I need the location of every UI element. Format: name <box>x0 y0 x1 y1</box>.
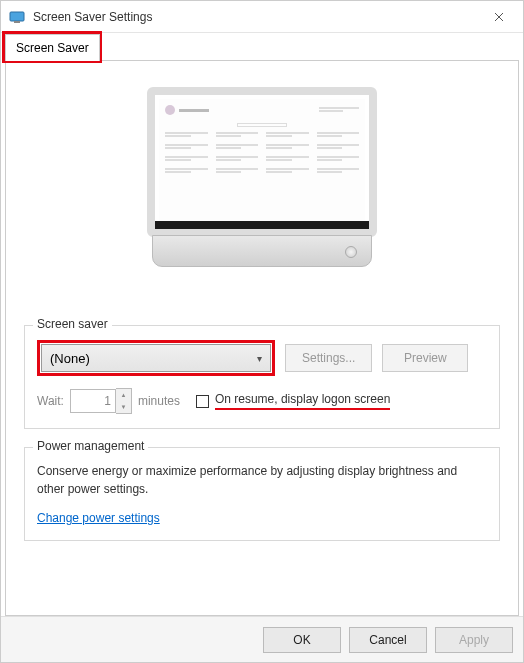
monitor-preview <box>24 77 500 307</box>
monitor-stand <box>152 235 372 267</box>
chevron-down-icon: ▾ <box>257 353 262 364</box>
spinner-up[interactable]: ▲ <box>116 389 131 401</box>
window-title: Screen Saver Settings <box>33 10 483 24</box>
power-legend: Power management <box>33 439 148 453</box>
settings-button[interactable]: Settings... <box>285 344 372 372</box>
svg-rect-0 <box>10 12 24 21</box>
screen-saver-legend: Screen saver <box>33 317 112 331</box>
monitor-taskbar <box>155 221 369 229</box>
close-button[interactable] <box>483 5 515 29</box>
minutes-label: minutes <box>138 394 180 408</box>
wait-label: Wait: <box>37 394 64 408</box>
app-icon <box>9 9 25 25</box>
preview-button[interactable]: Preview <box>382 344 468 372</box>
apply-button[interactable]: Apply <box>435 627 513 653</box>
tab-strip: Screen Saver <box>1 33 523 60</box>
monitor-graphic <box>137 87 387 287</box>
tab-content: Screen saver (None) ▾ Settings... Previe… <box>5 60 519 616</box>
monitor-power-button <box>345 246 357 258</box>
screensaver-selected: (None) <box>50 351 90 366</box>
wait-input[interactable] <box>70 389 116 413</box>
spinner-buttons: ▲ ▼ <box>116 388 132 414</box>
resume-checkbox-wrap: On resume, display logon screen <box>196 392 390 410</box>
resume-label[interactable]: On resume, display logon screen <box>215 392 390 410</box>
spinner-down[interactable]: ▼ <box>116 401 131 413</box>
wait-row: Wait: ▲ ▼ minutes On resume, display log… <box>37 388 487 414</box>
monitor-desktop <box>159 99 365 225</box>
screen-saver-dialog: Screen Saver Settings Screen Saver <box>0 0 524 663</box>
screensaver-dropdown[interactable]: (None) ▾ <box>41 344 271 372</box>
power-management-group: Power management Conserve energy or maxi… <box>24 447 500 541</box>
cancel-button[interactable]: Cancel <box>349 627 427 653</box>
close-icon <box>494 12 504 22</box>
screen-saver-group: Screen saver (None) ▾ Settings... Previe… <box>24 325 500 429</box>
change-power-link[interactable]: Change power settings <box>37 511 160 525</box>
resume-checkbox[interactable] <box>196 395 209 408</box>
power-description: Conserve energy or maximize performance … <box>37 462 487 498</box>
tab-label: Screen Saver <box>16 41 89 55</box>
annotation-highlight-select: (None) ▾ <box>37 340 275 376</box>
dialog-button-row: OK Cancel Apply <box>1 616 523 662</box>
tab-screen-saver[interactable]: Screen Saver <box>5 34 100 61</box>
svg-rect-1 <box>14 21 20 23</box>
monitor-screen <box>147 87 377 237</box>
wait-spinner: ▲ ▼ <box>70 388 132 414</box>
screensaver-select-row: (None) ▾ Settings... Preview <box>37 340 487 376</box>
titlebar: Screen Saver Settings <box>1 1 523 33</box>
ok-button[interactable]: OK <box>263 627 341 653</box>
